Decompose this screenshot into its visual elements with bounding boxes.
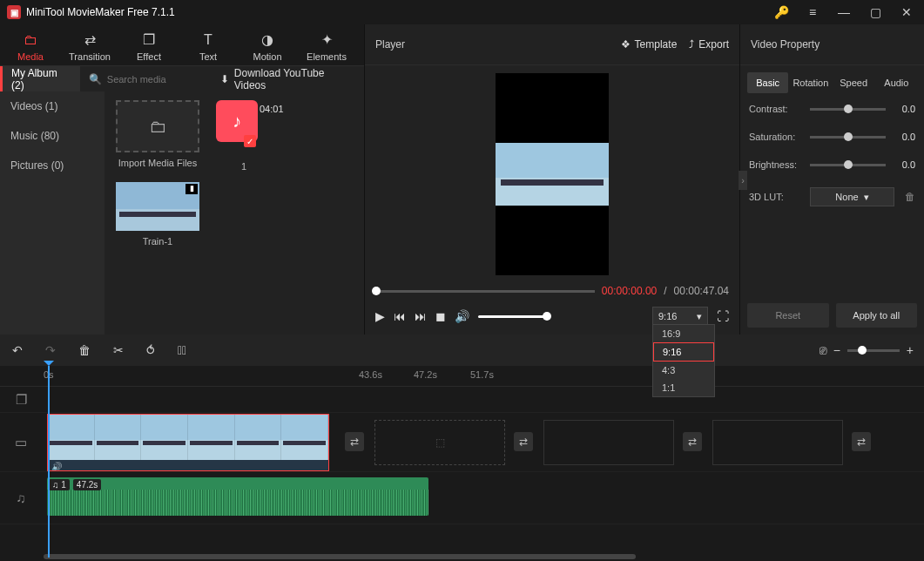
- cat-music[interactable]: Music (80): [0, 121, 105, 151]
- track-head-audio[interactable]: ♫: [0, 490, 42, 505]
- brightness-slider[interactable]: [810, 164, 886, 166]
- ratio-opt-1-1[interactable]: 1:1: [653, 379, 714, 396]
- window-maximize[interactable]: ▢: [865, 5, 886, 19]
- media-item-train[interactable]: ▮ Train-1: [110, 182, 206, 247]
- audio-clip[interactable]: ♫ 1 47.2s: [47, 477, 428, 516]
- lut-select[interactable]: None ▾: [810, 187, 894, 206]
- ratio-opt-16-9[interactable]: 16:9: [653, 325, 714, 342]
- delete-button[interactable]: 🗑: [78, 343, 91, 357]
- track-head-video[interactable]: ▭: [0, 435, 42, 450]
- export-button[interactable]: ⤴ Export: [689, 38, 729, 51]
- tab-transition[interactable]: ⇄ Transition: [63, 28, 117, 65]
- playhead[interactable]: [48, 366, 50, 558]
- ruler-mark: 43.6s: [359, 369, 382, 380]
- reset-button[interactable]: Reset: [747, 303, 829, 328]
- lut-delete-icon[interactable]: 🗑: [905, 191, 915, 203]
- seek-slider[interactable]: [375, 290, 595, 293]
- tab-text-label: Text: [199, 51, 217, 62]
- tab-motion-label: Motion: [253, 51, 281, 62]
- tab-text[interactable]: T Text: [181, 28, 235, 65]
- expand-handle[interactable]: ›: [739, 171, 747, 190]
- tab-media-label: Media: [17, 51, 44, 62]
- window-close[interactable]: ✕: [896, 5, 917, 19]
- empty-slot[interactable]: [712, 420, 843, 465]
- redo-button[interactable]: ↷: [45, 343, 56, 357]
- stop-button[interactable]: ◼: [435, 309, 446, 323]
- tab-motion[interactable]: ◑ Motion: [240, 28, 294, 65]
- tab-effect[interactable]: ❐ Effect: [122, 28, 176, 65]
- search-input[interactable]: [107, 74, 212, 84]
- video-property-title: Video Property: [751, 38, 819, 51]
- tab-media[interactable]: 🗀 Media: [3, 28, 57, 65]
- ratio-opt-4-3[interactable]: 4:3: [653, 362, 714, 379]
- contrast-slider[interactable]: [810, 108, 886, 111]
- cat-pictures[interactable]: Pictures (0): [0, 151, 105, 180]
- next-frame-button[interactable]: ⏭: [415, 309, 427, 323]
- cat-videos[interactable]: Videos (1): [0, 91, 105, 121]
- play-button[interactable]: ▶: [375, 309, 385, 323]
- zoom-in-button[interactable]: +: [907, 343, 914, 357]
- titlebar: ▣ MiniTool MovieMaker Free 7.1.1 🔑 ≡ — ▢…: [0, 0, 924, 24]
- tab-effect-label: Effect: [137, 51, 161, 62]
- brightness-label: Brightness:: [749, 159, 803, 170]
- prop-tab-speed[interactable]: Speed: [833, 72, 874, 93]
- tab-elements-label: Elements: [307, 51, 347, 62]
- saturation-slider[interactable]: [810, 136, 886, 139]
- transition-slot[interactable]: ⇄: [345, 432, 364, 451]
- download-youtube-link[interactable]: ⬇ Download YouTube Videos: [212, 67, 364, 91]
- prop-tab-rotation[interactable]: Rotation: [790, 72, 831, 93]
- ruler-mark: 47.2s: [414, 369, 437, 380]
- window-minimize[interactable]: —: [833, 5, 854, 19]
- main-tabs: 🗀 Media ⇄ Transition ❐ Effect T Text ◑ M…: [0, 24, 364, 65]
- tab-elements[interactable]: ✦ Elements: [300, 28, 354, 65]
- motion-icon: ◑: [261, 31, 273, 48]
- timeline-scrollbar[interactable]: [0, 552, 924, 561]
- crop-button[interactable]: ✂⃞: [178, 343, 186, 357]
- track-head-overlay[interactable]: ❐: [0, 392, 42, 408]
- video-clip[interactable]: 🔊: [47, 414, 329, 471]
- text-icon: T: [204, 32, 212, 48]
- template-button[interactable]: ❖ Template: [621, 38, 678, 51]
- check-icon: ✓: [244, 135, 256, 147]
- preview-canvas: [496, 73, 609, 275]
- layers-icon: ❖: [621, 38, 631, 51]
- sub-tab-myalbum[interactable]: My Album (2): [0, 66, 80, 91]
- menu-icon[interactable]: ≡: [802, 5, 823, 19]
- media-item-music[interactable]: ♪ 04:01 ✓ 1: [211, 100, 272, 172]
- split-button[interactable]: ✂: [113, 343, 124, 357]
- transition-slot[interactable]: ⇄: [852, 432, 871, 451]
- aspect-ratio-select[interactable]: 9:16 ▾: [652, 307, 708, 326]
- speed-button[interactable]: ⥀: [146, 343, 155, 357]
- undo-button[interactable]: ↶: [12, 343, 23, 357]
- tab-transition-label: Transition: [69, 51, 111, 62]
- brightness-value: 0.0: [893, 159, 915, 170]
- prop-tab-audio[interactable]: Audio: [876, 72, 917, 93]
- apply-all-button[interactable]: Apply to all: [836, 303, 918, 328]
- music-note-icon: ♫ 1: [49, 479, 70, 490]
- zoom-fit-button[interactable]: ⎚: [819, 343, 826, 357]
- export-icon: ⤴: [689, 38, 694, 51]
- prop-tab-basic[interactable]: Basic: [747, 72, 788, 93]
- empty-slot[interactable]: ⬚: [374, 420, 505, 465]
- zoom-slider[interactable]: [847, 349, 900, 352]
- upgrade-key-icon[interactable]: 🔑: [771, 5, 792, 19]
- chevron-down-icon: ▾: [697, 311, 702, 322]
- category-list: Videos (1) Music (80) Pictures (0): [0, 91, 105, 335]
- zoom-out-button[interactable]: −: [833, 343, 840, 357]
- ruler-mark: 51.7s: [470, 369, 494, 380]
- timeline-ruler[interactable]: 0s 43.6s 47.2s 51.7s: [0, 366, 924, 387]
- lut-label: 3D LUT:: [749, 192, 803, 202]
- volume-icon[interactable]: 🔊: [455, 309, 469, 323]
- prev-frame-button[interactable]: ⏮: [394, 309, 406, 323]
- titlebar-actions: 🔑 ≡ — ▢ ✕: [771, 5, 917, 19]
- transition-slot[interactable]: ⇄: [683, 432, 702, 451]
- ratio-opt-9-16[interactable]: 9:16: [653, 342, 714, 362]
- download-icon: ⬇: [220, 73, 229, 85]
- import-media-button[interactable]: 🗀 Import Media Files: [110, 100, 206, 172]
- preview-area: [365, 65, 739, 282]
- fullscreen-button[interactable]: ⛶: [717, 309, 729, 323]
- volume-slider[interactable]: [478, 315, 548, 318]
- transition-slot[interactable]: ⇄: [514, 432, 533, 451]
- empty-slot[interactable]: [543, 420, 674, 465]
- contrast-label: Contrast:: [749, 104, 803, 114]
